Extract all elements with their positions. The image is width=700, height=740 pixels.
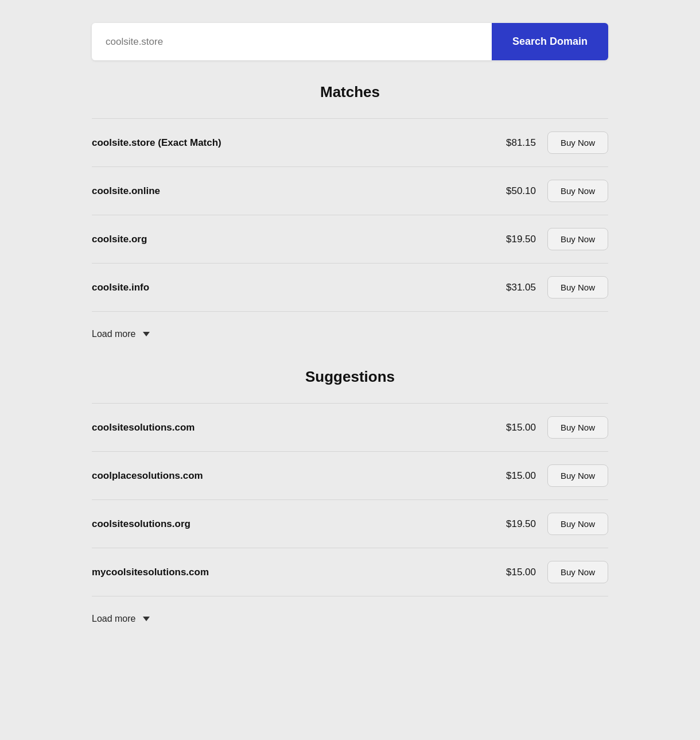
domain-name: coolsite.info	[92, 282, 149, 293]
domain-name: mycoolsitesolutions.com	[92, 567, 209, 578]
domain-name: coolsitesolutions.com	[92, 422, 195, 433]
search-input[interactable]	[92, 23, 492, 60]
domain-price: $15.00	[496, 567, 536, 578]
buy-now-button[interactable]: Buy Now	[547, 513, 608, 535]
domain-right: $81.15 Buy Now	[496, 131, 608, 154]
table-row: coolsite.online $50.10 Buy Now	[92, 167, 608, 215]
domain-right: $15.00 Buy Now	[496, 416, 608, 439]
domain-name: coolplacesolutions.com	[92, 470, 203, 482]
domain-name: coolsite.online	[92, 185, 160, 197]
matches-load-more-label: Load more	[92, 329, 136, 339]
domain-right: $19.50 Buy Now	[496, 228, 608, 250]
buy-now-button[interactable]: Buy Now	[547, 228, 608, 250]
suggestions-load-more-button[interactable]: Load more	[92, 596, 150, 647]
buy-now-button[interactable]: Buy Now	[547, 131, 608, 154]
table-row: coolsitesolutions.org $19.50 Buy Now	[92, 500, 608, 548]
matches-list: coolsite.store (Exact Match) $81.15 Buy …	[92, 118, 608, 312]
table-row: mycoolsitesolutions.com $15.00 Buy Now	[92, 548, 608, 596]
table-row: coolsite.info $31.05 Buy Now	[92, 264, 608, 312]
matches-title: Matches	[92, 83, 608, 101]
table-row: coolsitesolutions.com $15.00 Buy Now	[92, 403, 608, 452]
suggestions-title: Suggestions	[92, 368, 608, 386]
search-bar: Search Domain	[92, 23, 608, 60]
table-row: coolplacesolutions.com $15.00 Buy Now	[92, 452, 608, 500]
buy-now-button[interactable]: Buy Now	[547, 561, 608, 583]
domain-name: coolsite.org	[92, 234, 147, 245]
domain-price: $15.00	[496, 470, 536, 482]
matches-section: Matches coolsite.store (Exact Match) $81…	[92, 83, 608, 362]
page-container: Search Domain Matches coolsite.store (Ex…	[92, 23, 608, 717]
domain-price: $19.50	[496, 518, 536, 530]
suggestions-load-more-label: Load more	[92, 614, 136, 624]
domain-right: $15.00 Buy Now	[496, 561, 608, 583]
domain-right: $15.00 Buy Now	[496, 464, 608, 487]
chevron-down-icon	[143, 332, 150, 336]
buy-now-button[interactable]: Buy Now	[547, 464, 608, 487]
matches-load-more-button[interactable]: Load more	[92, 312, 150, 362]
domain-price: $15.00	[496, 422, 536, 433]
domain-name: coolsitesolutions.org	[92, 518, 190, 530]
suggestions-section: Suggestions coolsitesolutions.com $15.00…	[92, 368, 608, 647]
domain-name: coolsite.store (Exact Match)	[92, 137, 221, 149]
domain-price: $19.50	[496, 234, 536, 245]
chevron-down-icon	[143, 617, 150, 621]
table-row: coolsite.org $19.50 Buy Now	[92, 215, 608, 264]
suggestions-list: coolsitesolutions.com $15.00 Buy Now coo…	[92, 403, 608, 596]
buy-now-button[interactable]: Buy Now	[547, 180, 608, 202]
search-domain-button[interactable]: Search Domain	[492, 23, 608, 60]
domain-right: $50.10 Buy Now	[496, 180, 608, 202]
domain-price: $81.15	[496, 137, 536, 149]
domain-price: $50.10	[496, 185, 536, 197]
buy-now-button[interactable]: Buy Now	[547, 416, 608, 439]
domain-right: $19.50 Buy Now	[496, 513, 608, 535]
domain-right: $31.05 Buy Now	[496, 276, 608, 299]
buy-now-button[interactable]: Buy Now	[547, 276, 608, 299]
table-row: coolsite.store (Exact Match) $81.15 Buy …	[92, 118, 608, 167]
domain-price: $31.05	[496, 282, 536, 293]
